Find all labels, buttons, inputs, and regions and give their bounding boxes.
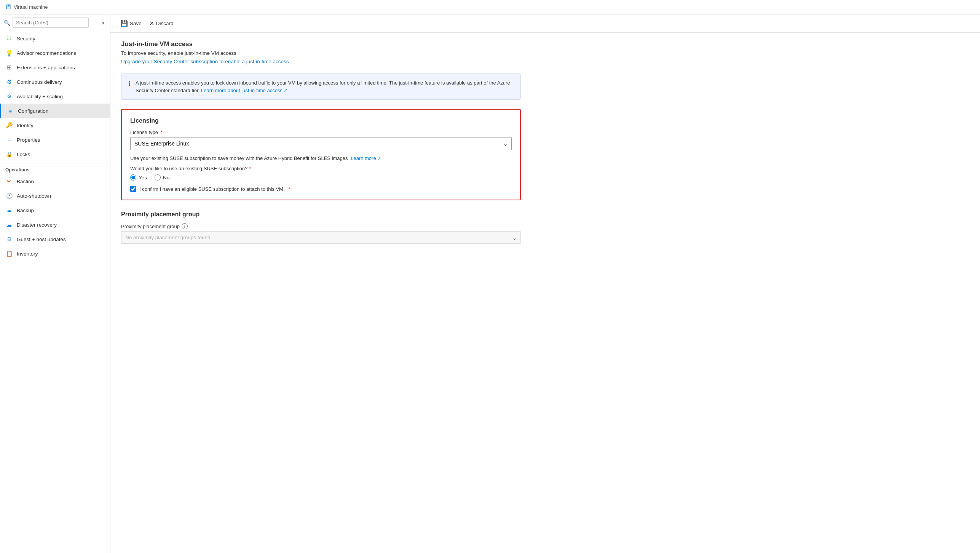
shield-icon: 🛡 xyxy=(5,35,13,42)
sidebar-item-label: Locks xyxy=(17,152,30,157)
sidebar-item-label: Extensions + applications xyxy=(17,65,75,70)
sidebar-item-advisor[interactable]: 💡 Advisor recommendations xyxy=(0,46,110,60)
sidebar-item-continuous-delivery[interactable]: ⚙ Continuous delivery xyxy=(0,75,110,89)
suse-description: Use your existing SUSE subscription to s… xyxy=(130,155,512,161)
sidebar-item-inventory[interactable]: 📋 Inventory xyxy=(0,246,110,261)
vm-icon: 🖥 xyxy=(5,3,11,11)
discard-icon: ✕ xyxy=(149,20,154,27)
sidebar-item-label: Backup xyxy=(17,208,34,213)
sidebar-item-locks[interactable]: 🔒 Locks xyxy=(0,147,110,161)
proximity-title: Proximity placement group xyxy=(121,211,521,218)
license-type-select[interactable]: SUSE Enterprise LinuxNoneRed Hat Enterpr… xyxy=(130,137,512,150)
search-icon: 🔍 xyxy=(4,20,10,26)
sidebar-item-label: Configuration xyxy=(18,108,48,114)
properties-icon: ≡ xyxy=(5,136,13,144)
availability-icon: ⚙ xyxy=(5,93,13,100)
bastion-icon: ✂ xyxy=(5,177,13,185)
radio-no-label: No xyxy=(163,175,169,181)
licensing-title: Licensing xyxy=(130,117,512,124)
sidebar-item-disaster-recovery[interactable]: ☁ Disaster recovery xyxy=(0,217,110,232)
learn-more-jit-link[interactable]: Learn more about just-in-time access ↗ xyxy=(201,88,288,93)
sidebar-item-label: Inventory xyxy=(17,251,38,257)
sidebar-item-auto-shutdown[interactable]: 🕐 Auto-shutdown xyxy=(0,189,110,203)
autoshutdown-icon: 🕐 xyxy=(5,192,13,200)
sidebar-item-label: Security xyxy=(17,36,35,42)
breadcrumb: 🖥 Virtual machine xyxy=(5,3,48,11)
radio-yes-option[interactable]: Yes xyxy=(130,174,147,181)
inventory-icon: 📋 xyxy=(5,250,13,257)
sidebar-search-container: 🔍 « xyxy=(0,14,110,31)
sidebar-item-label: Guest + host updates xyxy=(17,237,66,242)
suse-learn-more-link[interactable]: Learn more xyxy=(351,155,376,161)
proximity-select-wrapper: No proximity placement groups found ⌄ xyxy=(121,231,521,244)
sidebar-item-label: Properties xyxy=(17,137,40,143)
cd-icon: ⚙ xyxy=(5,78,13,86)
sidebar-item-properties[interactable]: ≡ Properties xyxy=(0,133,110,147)
radio-yes-input[interactable] xyxy=(130,174,136,181)
suse-radio-group: Yes No xyxy=(130,174,512,181)
suse-question-required: * xyxy=(249,166,251,171)
sidebar-item-security[interactable]: 🛡 Security xyxy=(0,31,110,46)
locks-icon: 🔒 xyxy=(5,150,13,158)
confirm-checkbox[interactable] xyxy=(130,186,136,192)
discard-label: Discard xyxy=(156,21,174,26)
configuration-icon: ≡ xyxy=(6,107,14,115)
discard-button[interactable]: ✕ Discard xyxy=(148,18,174,29)
sidebar-item-configuration[interactable]: ≡ Configuration xyxy=(0,104,110,118)
guest-icon: 🖥 xyxy=(5,235,13,243)
save-icon: 💾 xyxy=(120,20,128,27)
sidebar-item-identity[interactable]: 🔑 Identity xyxy=(0,118,110,133)
toolbar: 💾 Save ✕ Discard xyxy=(110,14,980,33)
save-label: Save xyxy=(130,21,142,26)
main-content: 💾 Save ✕ Discard Just-in-time VM access … xyxy=(110,14,980,553)
suse-question-label: Would you like to use an existing SUSE s… xyxy=(130,166,512,171)
backup-icon: ☁ xyxy=(5,206,13,214)
breadcrumb-label: Virtual machine xyxy=(14,4,48,10)
info-icon: ℹ xyxy=(128,80,131,94)
license-type-select-wrapper: SUSE Enterprise LinuxNoneRed Hat Enterpr… xyxy=(130,137,512,150)
radio-no-input[interactable] xyxy=(155,174,161,181)
external-link-icon: ↗ xyxy=(377,156,381,161)
collapse-button[interactable]: « xyxy=(100,18,106,28)
licensing-section: Licensing License type * SUSE Enterprise… xyxy=(121,109,521,200)
operations-section-label: Operations xyxy=(0,163,110,174)
checkbox-confirm-row: I confirm I have an eligible SUSE subscr… xyxy=(130,186,512,192)
sidebar-item-label: Disaster recovery xyxy=(17,222,57,228)
sidebar-item-label: Bastion xyxy=(17,179,34,184)
jit-title: Just-in-time VM access xyxy=(121,40,969,48)
sidebar-item-label: Advisor recommendations xyxy=(17,50,76,56)
sidebar-item-label: Availability + scaling xyxy=(17,94,63,99)
proximity-select[interactable]: No proximity placement groups found xyxy=(121,231,521,244)
sidebar-item-label: Auto-shutdown xyxy=(17,193,51,199)
sidebar: 🔍 « 🛡 Security 💡 Advisor recommendations… xyxy=(0,14,110,553)
checkbox-label-text: I confirm I have an eligible SUSE subscr… xyxy=(139,186,285,192)
jit-info-box: ℹ A just-in-time access enables you to l… xyxy=(121,74,521,100)
radio-yes-label: Yes xyxy=(139,175,147,181)
jit-upgrade-link[interactable]: Upgrade your Security Center subscriptio… xyxy=(121,59,289,64)
extensions-icon: ⊞ xyxy=(5,64,13,71)
search-input[interactable] xyxy=(13,18,89,28)
jit-description: To improve security, enable just-in-time… xyxy=(121,50,969,56)
save-button[interactable]: 💾 Save xyxy=(120,18,142,29)
sidebar-item-label: Continuous delivery xyxy=(17,79,62,85)
license-required-marker: * xyxy=(161,129,163,135)
proximity-section: Proximity placement group Proximity plac… xyxy=(121,211,521,244)
sidebar-item-label: Identity xyxy=(17,123,34,128)
sidebar-item-guest-updates[interactable]: 🖥 Guest + host updates xyxy=(0,232,110,246)
info-text-content: A just-in-time access enables you to loc… xyxy=(136,79,514,94)
checkbox-required-marker: * xyxy=(289,186,291,192)
top-bar: 🖥 Virtual machine xyxy=(0,0,980,14)
advisor-icon: 💡 xyxy=(5,49,13,57)
sidebar-item-bastion[interactable]: ✂ Bastion xyxy=(0,174,110,189)
license-type-label: License type * xyxy=(130,129,512,135)
sidebar-item-extensions[interactable]: ⊞ Extensions + applications xyxy=(0,60,110,75)
sidebar-item-availability[interactable]: ⚙ Availability + scaling xyxy=(0,89,110,104)
jit-section: Just-in-time VM access To improve securi… xyxy=(121,40,969,64)
proximity-label: Proximity placement group i xyxy=(121,223,521,229)
proximity-info-icon[interactable]: i xyxy=(182,223,188,229)
dr-icon: ☁ xyxy=(5,221,13,229)
sidebar-item-backup[interactable]: ☁ Backup xyxy=(0,203,110,217)
radio-no-option[interactable]: No xyxy=(155,174,169,181)
identity-icon: 🔑 xyxy=(5,121,13,129)
info-description: A just-in-time access enables you to loc… xyxy=(136,80,510,93)
